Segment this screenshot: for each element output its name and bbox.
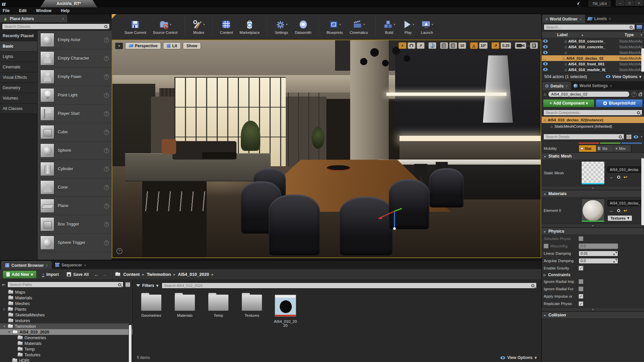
category-cinematic[interactable]: Cinematic <box>0 62 37 72</box>
menu-help[interactable]: Help <box>61 8 69 13</box>
property-matrix-icon[interactable] <box>626 134 632 139</box>
save-all-button[interactable]: Save All <box>64 270 91 279</box>
help-icon[interactable]: ? <box>104 222 109 227</box>
static-mesh-section-header[interactable]: ▲Static Mesh <box>542 153 644 160</box>
visibility-eye-icon[interactable]: ◡ <box>543 56 548 61</box>
close-icon[interactable]: × <box>62 17 64 21</box>
category-recently-placed[interactable]: Recently Placed <box>0 31 37 41</box>
tree-item-textures2[interactable]: Textures <box>0 352 132 358</box>
help-icon[interactable]: ? <box>104 74 109 79</box>
outliner-row[interactable]: ⌂AI54_010_marble_0(StaticMeshAc <box>542 67 644 72</box>
reset-icon[interactable]: ↩ <box>624 208 627 213</box>
browse-icon[interactable] <box>617 209 620 212</box>
asset-folder-textures[interactable]: Textures <box>239 295 265 327</box>
replicate-physics-checkbox[interactable]: ✓ <box>579 301 583 306</box>
actor-cone[interactable]: Cone? <box>38 178 112 197</box>
actor-empty-actor[interactable]: Empty Actor? <box>38 31 112 49</box>
tab-world-settings[interactable]: World Settings× <box>571 82 615 90</box>
maximize-viewport-button[interactable] <box>530 42 538 49</box>
material-thumbnail[interactable] <box>581 199 605 222</box>
help-icon[interactable]: ? <box>632 92 637 97</box>
help-icon[interactable]: ? <box>104 167 109 172</box>
visibility-eye-icon[interactable] <box>543 62 548 65</box>
new-folder-icon[interactable] <box>637 25 642 29</box>
add-new-button[interactable]: Add New▾ <box>3 270 37 279</box>
close-button[interactable]: × <box>635 0 643 6</box>
spinner-icon[interactable] <box>613 252 617 255</box>
actor-cylinder[interactable]: Cylinder? <box>38 160 112 178</box>
tree-item-hdri[interactable]: HDRI <box>0 358 132 362</box>
nav-forward-button[interactable]: → <box>102 272 107 277</box>
blueprint-add-button[interactable]: Blueprint/Add <box>596 99 643 107</box>
search-details-input[interactable] <box>546 135 619 139</box>
actor-plane[interactable]: Plane? <box>38 197 112 215</box>
breadcrumb-content[interactable]: Content <box>123 272 140 277</box>
spinner-icon[interactable] <box>613 259 617 262</box>
actor-player-start[interactable]: Player Start? <box>38 105 112 123</box>
viewport-options-dropdown[interactable]: ▾ <box>115 43 123 49</box>
blueprints-button[interactable]: ▾ Blueprints <box>323 18 346 35</box>
rotation-snap-value[interactable]: 10° <box>479 42 488 49</box>
visibility-eye-icon[interactable] <box>543 51 548 54</box>
world-space-button[interactable] <box>428 42 436 49</box>
component-inherited-row[interactable]: ⌂StaticMeshComponent (Inherited) <box>542 123 644 129</box>
scale-snap-value[interactable]: 0.25 <box>500 42 511 49</box>
search-paths-input[interactable] <box>10 283 118 287</box>
linear-damping-input[interactable] <box>579 251 618 256</box>
maximize-button[interactable]: □ <box>625 0 634 6</box>
rotate-tool-button[interactable] <box>408 42 416 49</box>
outliner-row[interactable]: ⌂AI54_010_front_001StaticMeshAc <box>542 61 644 67</box>
surface-snap-button[interactable] <box>440 42 448 49</box>
help-icon[interactable]: ? <box>104 185 109 190</box>
tab-content-browser[interactable]: Content Browser× <box>1 261 52 269</box>
visibility-eye-icon[interactable] <box>543 40 548 43</box>
apply-impulse-checkbox[interactable]: ✓ <box>579 294 583 299</box>
category-volumes[interactable]: Volumes <box>0 93 37 104</box>
add-component-button[interactable]: +Add Component▾ <box>543 99 594 107</box>
outliner-row-selected[interactable]: ◡⌂AI54_010_declas_02StaticMeshAc <box>542 55 644 61</box>
close-icon[interactable]: × <box>609 17 611 21</box>
column-type[interactable]: Type <box>625 33 634 37</box>
expand-icon[interactable]: ▷ <box>3 308 6 311</box>
collapse-icon[interactable]: ▾ <box>3 325 6 328</box>
display-filter-eye-icon[interactable] <box>634 135 638 138</box>
source-control-button[interactable]: ▾ Source Control <box>150 18 181 35</box>
category-visual-effects[interactable]: Visual Effects <box>0 72 37 83</box>
details-scrollbar[interactable] <box>641 158 644 225</box>
asset-uasset-ai54[interactable]: AI54_010_2020 <box>272 295 299 327</box>
tree-item-temp[interactable]: Temp <box>0 346 132 352</box>
menu-file[interactable]: File <box>3 8 10 13</box>
actor-box-trigger[interactable]: Box Trigger? <box>38 215 112 234</box>
outliner-row[interactable]: ⌂StaticMeshAc <box>542 50 644 55</box>
tree-item-twinmotion[interactable]: ▾Twinmotion <box>0 323 132 329</box>
transform-gizmo[interactable] <box>374 205 404 232</box>
tree-item-skeletalmeshes[interactable]: SkeletalMeshes <box>0 312 132 318</box>
cinematics-button[interactable]: ▾ Cinematics <box>346 18 371 35</box>
tab-levels[interactable]: Levels× <box>585 15 614 23</box>
actor-sphere-trigger[interactable]: Sphere Trigger? <box>38 234 112 252</box>
category-lights[interactable]: Lights <box>0 52 37 62</box>
lit-button[interactable]: Lit <box>163 42 181 49</box>
level-viewport[interactable]: ▾ Perspective Lit Show + ↗ 10 △ 10° ↗ 0.… <box>112 40 541 258</box>
view-options-button[interactable]: View Options▾ <box>500 355 537 360</box>
category-all-classes[interactable]: All Classes <box>0 104 37 114</box>
mobility-static-button[interactable]: Stat <box>579 145 596 152</box>
outliner-view-options[interactable]: View Options▾ <box>606 74 641 79</box>
angular-damping-input[interactable] <box>579 258 618 264</box>
materials-section-header[interactable]: ▲Materials <box>542 190 644 197</box>
constraints-row[interactable]: ▷ Constraints <box>542 272 644 278</box>
tree-item-meshes[interactable]: Meshes <box>0 301 132 306</box>
search-classes-input[interactable] <box>4 24 104 28</box>
help-icon[interactable]: ? <box>104 56 109 61</box>
mass-input[interactable] <box>579 243 618 249</box>
use-selected-icon[interactable]: ← <box>609 208 614 213</box>
import-button[interactable]: ↓Import <box>39 270 61 279</box>
help-icon[interactable]: ? <box>104 38 109 43</box>
visibility-eye-icon[interactable] <box>543 68 548 71</box>
outliner-search-input[interactable] <box>546 25 630 29</box>
help-icon[interactable]: ? <box>104 148 109 153</box>
collapse-icon[interactable]: ▾ <box>7 330 11 334</box>
mass-override-checkbox[interactable] <box>544 244 548 248</box>
camera-speed-button[interactable]: 4 <box>515 42 526 49</box>
reset-icon[interactable]: ↩ <box>624 175 627 180</box>
